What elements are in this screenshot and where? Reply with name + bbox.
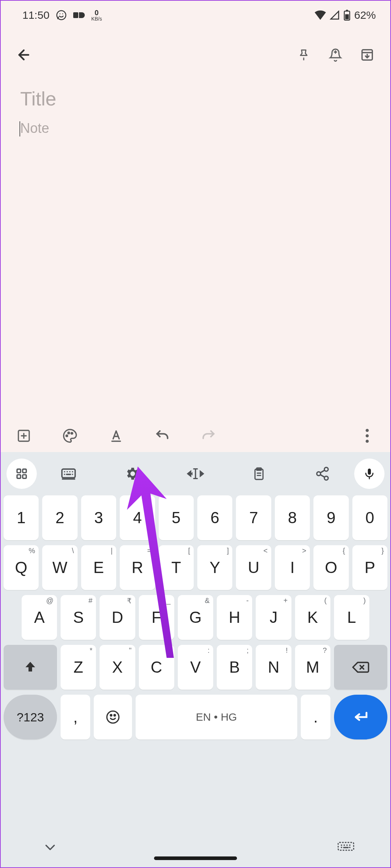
note-toolbar	[1, 420, 390, 452]
key-2[interactable]: 2	[42, 495, 77, 540]
app-indicator-icon	[73, 11, 85, 19]
svg-rect-17	[62, 469, 75, 478]
archive-button[interactable]	[354, 42, 380, 68]
svg-rect-16	[23, 475, 26, 478]
key-B[interactable]: B;	[217, 645, 252, 690]
key-9[interactable]: 9	[313, 495, 348, 540]
svg-point-11	[366, 434, 369, 438]
share-icon[interactable]	[291, 466, 354, 481]
key-T[interactable]: T[	[159, 545, 194, 590]
redo-button[interactable]	[196, 423, 221, 449]
palette-button[interactable]	[57, 423, 83, 449]
key-E[interactable]: E|	[81, 545, 116, 590]
svg-point-9	[71, 433, 73, 434]
comma-key[interactable]: ,	[61, 695, 90, 739]
key-C[interactable]: C'	[139, 645, 174, 690]
key-F[interactable]: F_	[139, 595, 174, 640]
key-1[interactable]: 1	[4, 495, 39, 540]
svg-rect-14	[23, 469, 26, 473]
backspace-key[interactable]	[334, 645, 387, 690]
more-button[interactable]	[354, 423, 380, 449]
svg-rect-28	[338, 842, 354, 850]
text-select-icon[interactable]	[164, 466, 227, 481]
key-6[interactable]: 6	[197, 495, 232, 540]
key-P[interactable]: P}	[352, 545, 387, 590]
key-I[interactable]: I>	[275, 545, 310, 590]
key-N[interactable]: N!	[256, 645, 291, 690]
settings-icon[interactable]	[100, 466, 164, 482]
svg-point-27	[114, 715, 115, 716]
key-A[interactable]: A@	[22, 595, 57, 640]
emoji-key[interactable]	[94, 695, 132, 739]
svg-point-32	[349, 845, 351, 846]
add-button[interactable]	[11, 423, 37, 449]
key-W[interactable]: W\	[42, 545, 77, 590]
keyboard-mode-icon[interactable]	[37, 466, 100, 482]
key-V[interactable]: V:	[178, 645, 213, 690]
space-key[interactable]: EN • HG	[136, 695, 297, 739]
undo-button[interactable]	[149, 423, 175, 449]
reminder-button[interactable]	[322, 42, 348, 68]
key-Z[interactable]: Z*	[61, 645, 96, 690]
key-O[interactable]: O{	[313, 545, 348, 590]
enter-key[interactable]	[334, 695, 387, 739]
svg-rect-1	[73, 12, 78, 18]
key-5[interactable]: 5	[159, 495, 194, 540]
key-X[interactable]: X"	[100, 645, 135, 690]
svg-point-12	[366, 440, 369, 443]
key-S[interactable]: S#	[61, 595, 96, 640]
key-H[interactable]: H-	[217, 595, 252, 640]
network-speed-indicator: 0 KB/s	[91, 9, 102, 21]
svg-point-8	[68, 432, 69, 434]
svg-point-25	[107, 711, 119, 723]
key-7[interactable]: 7	[236, 495, 271, 540]
status-right: 62%	[315, 9, 376, 21]
svg-marker-19	[200, 471, 203, 476]
apps-icon[interactable]	[6, 459, 37, 489]
svg-point-22	[324, 468, 328, 472]
note-input[interactable]: Note	[20, 121, 371, 136]
wifi-icon	[315, 10, 326, 20]
key-L[interactable]: L)	[334, 595, 369, 640]
svg-rect-35	[343, 847, 348, 848]
mic-icon[interactable]	[354, 459, 385, 489]
nav-keyboard-icon[interactable]	[338, 842, 354, 853]
symbols-key[interactable]: ?123	[4, 695, 57, 739]
title-input[interactable]: Title	[20, 87, 371, 110]
key-Y[interactable]: Y]	[197, 545, 232, 590]
key-M[interactable]: M?	[295, 645, 330, 690]
battery-icon	[343, 10, 351, 21]
key-U[interactable]: U<	[236, 545, 271, 590]
key-Q[interactable]: Q%	[4, 545, 39, 590]
key-0[interactable]: 0	[352, 495, 387, 540]
key-K[interactable]: K(	[295, 595, 330, 640]
key-8[interactable]: 8	[275, 495, 310, 540]
svg-rect-4	[345, 14, 349, 19]
keyboard: 1234567890 Q%W\E|R=T[Y]U<I>O{P} A@S#D₹F_…	[1, 452, 390, 867]
key-D[interactable]: D₹	[100, 595, 135, 640]
pin-button[interactable]	[291, 42, 317, 68]
nav-home-pill[interactable]	[154, 856, 237, 860]
status-time: 11:50	[22, 9, 49, 21]
nav-bar	[1, 828, 390, 867]
svg-point-26	[110, 715, 112, 716]
key-3[interactable]: 3	[81, 495, 116, 540]
svg-point-31	[346, 845, 348, 846]
shift-key[interactable]	[4, 645, 57, 690]
svg-point-34	[349, 847, 351, 848]
key-J[interactable]: J+	[256, 595, 291, 640]
clipboard-icon[interactable]	[227, 466, 291, 482]
text-format-button[interactable]	[103, 423, 129, 449]
svg-point-7	[66, 435, 67, 437]
key-R[interactable]: R=	[120, 545, 155, 590]
svg-marker-18	[188, 471, 190, 476]
battery-percent: 62%	[354, 9, 376, 21]
svg-rect-15	[17, 475, 21, 478]
back-button[interactable]	[11, 42, 37, 68]
keyboard-toolbar	[1, 452, 390, 495]
key-4[interactable]: 4	[120, 495, 155, 540]
svg-point-23	[317, 472, 321, 476]
key-G[interactable]: G&	[178, 595, 213, 640]
nav-back-icon[interactable]	[44, 843, 56, 852]
period-key[interactable]: .	[301, 695, 330, 739]
